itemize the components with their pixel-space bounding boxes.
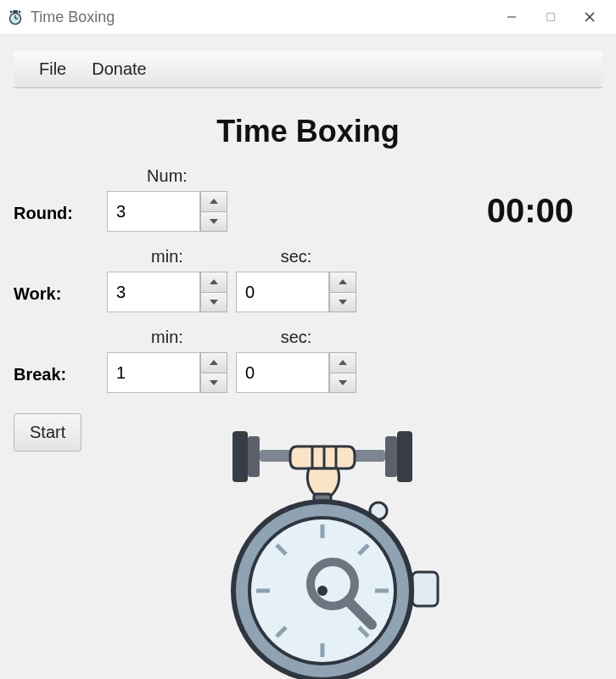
work-min-header: min:: [151, 247, 183, 267]
titlebar: Time Boxing: [0, 0, 616, 34]
svg-marker-18: [339, 360, 347, 365]
svg-rect-20: [232, 431, 248, 482]
num-header: Num:: [147, 166, 188, 186]
break-min-header: min:: [151, 328, 183, 347]
round-num-down[interactable]: [200, 212, 227, 233]
timer-display: 00:00: [487, 192, 574, 230]
work-min-spinner: [107, 272, 227, 312]
break-min-down[interactable]: [200, 373, 227, 394]
svg-point-4: [10, 11, 13, 14]
menu-donate[interactable]: Donate: [92, 59, 147, 79]
break-sec-header: sec:: [281, 328, 312, 347]
break-min-spinner: [107, 352, 227, 393]
work-min-input[interactable]: [107, 272, 200, 312]
break-min-up[interactable]: [200, 352, 227, 373]
menu-file[interactable]: File: [39, 59, 66, 79]
work-row: Work: min: sec:: [14, 247, 602, 312]
svg-marker-15: [339, 300, 347, 305]
break-row: Break: min: sec:: [14, 328, 602, 393]
svg-marker-12: [210, 279, 218, 284]
svg-rect-22: [385, 436, 397, 477]
start-button[interactable]: Start: [14, 413, 81, 452]
work-min-down[interactable]: [200, 293, 227, 313]
svg-marker-13: [210, 300, 218, 305]
svg-marker-19: [339, 380, 347, 385]
work-sec-up[interactable]: [329, 272, 356, 293]
svg-marker-17: [210, 380, 218, 385]
work-sec-header: sec:: [281, 247, 312, 267]
svg-marker-11: [210, 219, 218, 224]
break-sec-input[interactable]: [236, 352, 329, 393]
svg-rect-21: [248, 436, 260, 477]
svg-marker-16: [210, 360, 218, 365]
work-label: Work:: [14, 284, 98, 312]
close-button[interactable]: [570, 0, 609, 34]
window-title: Time Boxing: [31, 8, 115, 26]
minimize-button[interactable]: [492, 0, 531, 34]
svg-rect-7: [547, 14, 555, 21]
work-min-up[interactable]: [200, 272, 227, 293]
break-sec-down[interactable]: [329, 373, 356, 394]
round-label: Round:: [14, 204, 98, 232]
app-icon: [7, 8, 24, 25]
svg-marker-14: [339, 279, 347, 284]
svg-marker-10: [210, 199, 218, 204]
client-area: File Donate Time Boxing 00:00 Round: Num…: [0, 34, 616, 679]
maximize-button[interactable]: [531, 0, 570, 34]
break-sec-spinner: [236, 352, 356, 393]
break-label: Break:: [14, 365, 98, 393]
page-title: Time Boxing: [0, 114, 616, 149]
svg-rect-3: [13, 10, 18, 13]
break-min-input[interactable]: [107, 352, 200, 393]
svg-point-5: [19, 11, 21, 14]
work-sec-spinner: [236, 272, 356, 312]
round-num-input[interactable]: [107, 191, 200, 232]
menubar: File Donate: [14, 51, 602, 88]
break-sec-up[interactable]: [329, 352, 356, 373]
work-sec-down[interactable]: [329, 293, 356, 313]
stopwatch-illustration-icon: [204, 421, 441, 679]
svg-rect-23: [397, 431, 412, 482]
round-num-up[interactable]: [200, 191, 227, 212]
round-num-spinner: [107, 191, 227, 232]
svg-rect-30: [412, 572, 438, 606]
svg-point-43: [317, 586, 328, 596]
work-sec-input[interactable]: [236, 272, 329, 312]
